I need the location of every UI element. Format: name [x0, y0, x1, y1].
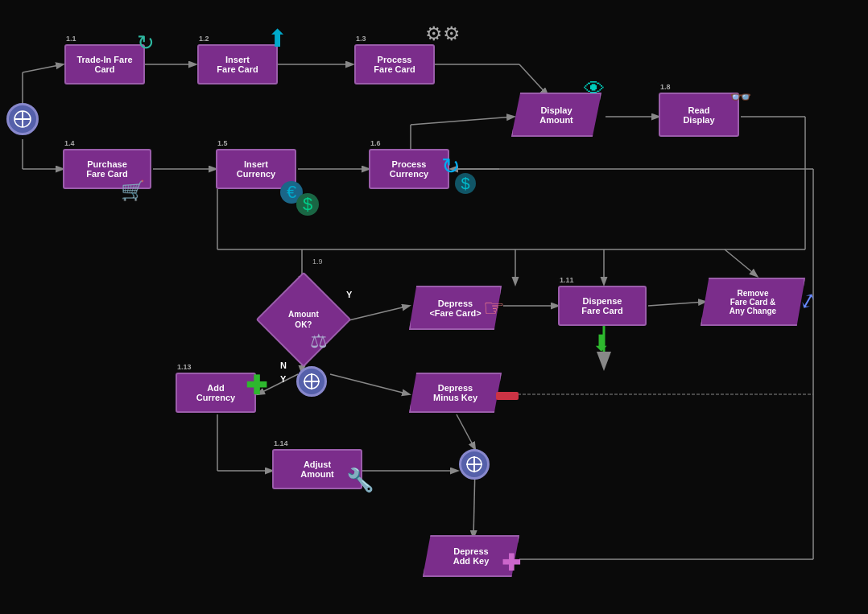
currency-icon-2: $	[296, 193, 319, 216]
start-circle	[6, 103, 39, 135]
node-1-6: ProcessCurrency 1.6	[369, 149, 449, 189]
currency-cycle-icon: ↻	[441, 153, 460, 179]
node-1-9: AmountOK? 1.9	[256, 272, 352, 368]
node-1-11: DispenseFare Card 1.11	[558, 286, 647, 326]
minus-icon	[496, 392, 519, 400]
svg-line-24	[648, 302, 705, 306]
node-1-12: RemoveFare Card &Any Change 1.12	[701, 278, 805, 326]
glasses-icon: 👓	[730, 87, 751, 108]
svg-line-22	[342, 306, 409, 322]
eye-icon: 👁	[584, 76, 605, 101]
dollar-cycle-icon: $	[455, 173, 476, 194]
y-label-branch1: Y	[280, 374, 286, 384]
hand-icon: ☞	[483, 294, 505, 322]
process-diagram: Trade-In Fare Card 1.1 ↻ InsertFare Card…	[0, 0, 868, 614]
plus-icon-1-16: ✚	[502, 550, 520, 576]
svg-line-14	[411, 117, 514, 125]
node-1-3: ProcessFare Card 1.3	[354, 44, 435, 84]
n-label-1-9: N	[280, 361, 287, 370]
y-label-1-9: Y	[346, 290, 352, 299]
svg-line-31	[457, 414, 475, 449]
gear-icon: ⚙⚙	[425, 23, 461, 45]
branch-circle-2	[459, 449, 490, 480]
dispense-arrow-icon: ⬇	[592, 330, 610, 356]
recycle-icon: ↻	[137, 31, 155, 56]
scale-icon: ⚖	[310, 330, 328, 352]
node-1-2: InsertFare Card 1.2	[197, 44, 278, 84]
branch-circle-1	[296, 366, 327, 397]
svg-line-8	[23, 64, 63, 72]
svg-line-27	[330, 374, 409, 394]
tools-icon: 🔧	[346, 467, 374, 493]
svg-line-21	[725, 249, 757, 276]
node-1-8: ReadDisplay 1.8	[659, 93, 739, 137]
basket-icon: 🛒	[121, 179, 145, 202]
node-1-1: Trade-In Fare Card 1.1	[64, 44, 145, 84]
node-1-13: AddCurrency 1.13	[176, 373, 256, 413]
plus-icon-1-13: ✚	[246, 370, 267, 401]
svg-line-3	[519, 64, 548, 95]
upload-icon: ⬆	[267, 24, 287, 52]
node-1-15: DepressMinus Key 1.15	[409, 373, 502, 413]
